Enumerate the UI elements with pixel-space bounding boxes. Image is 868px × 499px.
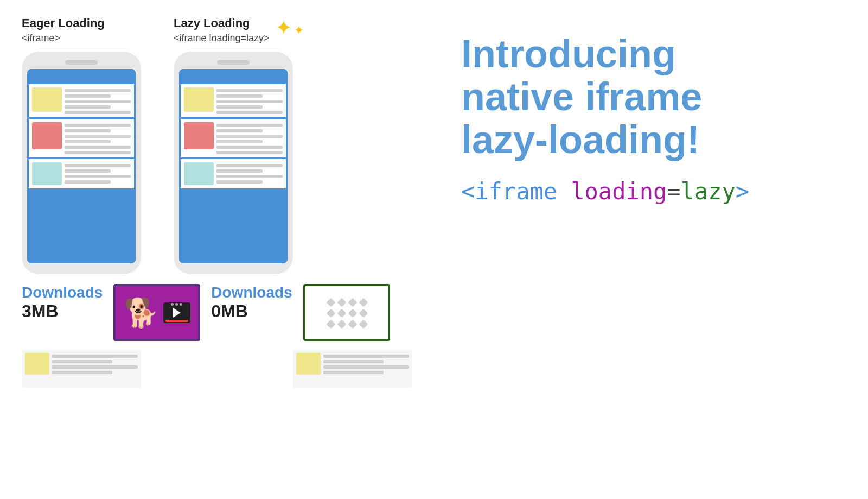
svg-rect-11 [359, 319, 368, 329]
lazy-download-info: Downloads 0MB [211, 284, 292, 321]
eager-title: Eager Loading [22, 16, 105, 30]
right-section: Introducing native iframe lazy-loading! … [429, 16, 846, 205]
line [216, 105, 263, 109]
card-lines-2 [65, 122, 131, 154]
lazy-subtitle: <iframe loading=lazy> [174, 33, 270, 44]
line [65, 169, 111, 173]
line [65, 140, 111, 143]
eager-downloads-size: 3MB [22, 301, 59, 321]
lazy-card-image-red [184, 122, 214, 149]
video-dot [180, 303, 182, 306]
lazy-card-1 [181, 84, 286, 117]
intro-line1: Introducing [461, 33, 702, 75]
line [52, 360, 112, 363]
line [65, 105, 111, 109]
lazy-downloads-size: 0MB [211, 301, 248, 321]
sparkle-icon-small: ✦ [293, 24, 304, 37]
card-image-yellow [32, 87, 62, 112]
lazy-card-2 [181, 119, 286, 157]
phone-header-bar [27, 69, 136, 84]
card-image-cyan [32, 162, 62, 185]
eager-phone-group: Eager Loading <iframe> [22, 16, 141, 274]
line [65, 164, 131, 167]
line [52, 365, 138, 369]
extra-card-image [25, 353, 49, 375]
svg-rect-0 [326, 298, 335, 307]
line [216, 124, 283, 127]
video-icon-box [163, 302, 190, 323]
code-text: <iframe loading=lazy> [461, 178, 749, 205]
line [65, 100, 131, 103]
card-lines-1 [65, 87, 131, 114]
line [65, 124, 131, 127]
main-container: Eager Loading <iframe> [0, 0, 868, 499]
phone-header-bar-lazy [179, 69, 288, 84]
line [216, 151, 283, 154]
code-iframe-prefix: <iframe [461, 178, 571, 205]
svg-rect-6 [348, 308, 357, 318]
line [52, 355, 138, 358]
sparkle-icon-large: ✦ [275, 17, 292, 38]
play-button-icon [173, 308, 181, 318]
phone-notch-lazy [217, 60, 250, 65]
eager-extra-card [22, 350, 141, 388]
extra-card-lines [52, 353, 138, 374]
card-3 [29, 159, 134, 188]
line [65, 129, 111, 132]
bottom-cards-row [22, 346, 429, 388]
video-progress-bar [165, 320, 188, 322]
downloads-section: Downloads 3MB 🐕 [22, 284, 429, 341]
line [216, 169, 263, 173]
card-image-red [32, 122, 62, 149]
line [65, 89, 131, 92]
line [216, 100, 283, 103]
line [216, 175, 283, 178]
lazy-card-image-yellow [184, 87, 214, 112]
lazy-card-lines-2 [216, 122, 283, 154]
intro-text: Introducing native iframe lazy-loading! [461, 33, 702, 162]
lazy-card-lines-1 [216, 87, 283, 114]
line [65, 111, 131, 114]
lazy-iframe-preview [303, 284, 390, 341]
line [65, 94, 111, 98]
lazy-card-lines-3 [216, 162, 283, 184]
line [323, 360, 384, 363]
line [216, 180, 263, 184]
dog-video-container: 🐕 [124, 299, 190, 327]
eager-iframe-preview: 🐕 [113, 284, 200, 341]
lazy-phone [174, 52, 293, 274]
intro-line2: native iframe [461, 75, 702, 118]
eager-subtitle: <iframe> [22, 33, 60, 44]
line [65, 151, 131, 154]
video-dot [175, 303, 178, 306]
lazy-extra-card [293, 350, 412, 388]
svg-rect-7 [359, 308, 368, 318]
line [216, 94, 263, 98]
svg-rect-9 [337, 319, 346, 329]
spinner-container [305, 286, 388, 339]
eager-download-info: Downloads 3MB [22, 284, 103, 321]
video-dots-row [171, 303, 182, 306]
intro-line3: lazy-loading! [461, 118, 702, 161]
code-lazy-value: lazy [681, 178, 736, 205]
line [216, 129, 263, 132]
svg-rect-1 [337, 298, 346, 307]
line [65, 146, 131, 149]
extra-card-lines-lazy [323, 353, 409, 374]
line [52, 371, 112, 374]
line [216, 135, 283, 138]
line [323, 365, 409, 369]
eager-phone-screen [27, 69, 136, 263]
svg-rect-8 [326, 319, 335, 329]
line [323, 371, 384, 374]
card-2 [29, 119, 134, 157]
phones-row: Eager Loading <iframe> [22, 16, 429, 274]
lazy-phone-group: Lazy Loading <iframe loading=lazy> ✦ ✦ [174, 16, 304, 274]
svg-rect-10 [348, 319, 357, 329]
lazy-phone-screen [179, 69, 288, 263]
dog-icon: 🐕 [124, 299, 159, 327]
video-dot [171, 303, 174, 306]
line [65, 135, 131, 138]
code-suffix: > [736, 178, 749, 205]
svg-rect-2 [348, 298, 357, 307]
